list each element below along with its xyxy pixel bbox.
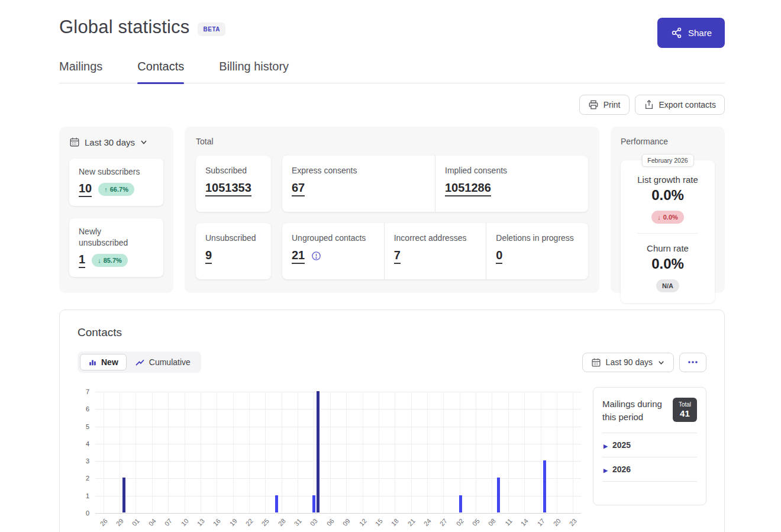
x-axis-label: 18 bbox=[390, 517, 400, 527]
gridline bbox=[135, 392, 136, 513]
date-range-select[interactable]: Last 30 days bbox=[69, 137, 163, 147]
list-growth-rate-metric: List growth rate 0.0% ↓ 0.0% bbox=[627, 175, 709, 224]
share-button-label: Share bbox=[688, 28, 712, 38]
calendar-icon bbox=[69, 137, 80, 147]
churn-rate-metric: Churn rate 0.0% N/A bbox=[627, 243, 709, 292]
toggle-cumulative[interactable]: Cumulative bbox=[127, 354, 199, 370]
period-tooltip: February 2026 bbox=[641, 154, 693, 167]
gridline bbox=[524, 392, 525, 513]
y-axis-label: 7 bbox=[78, 388, 89, 395]
tab-mailings[interactable]: Mailings bbox=[59, 60, 102, 83]
x-axis-label: 09 bbox=[341, 517, 351, 527]
x-axis-label: 17 bbox=[535, 517, 546, 527]
export-contacts-button[interactable]: Export contacts bbox=[635, 95, 725, 115]
gridline bbox=[298, 392, 298, 513]
triangle-right-icon bbox=[604, 440, 608, 450]
line-chart-icon bbox=[135, 358, 145, 367]
x-axis-label: 20 bbox=[552, 517, 562, 527]
mailings-total-badge: Total 41 bbox=[673, 398, 697, 422]
chart-bar[interactable] bbox=[497, 478, 500, 512]
bar-chart-icon bbox=[88, 358, 97, 366]
x-axis-label: 04 bbox=[147, 517, 157, 527]
gridline bbox=[427, 392, 428, 513]
mailings-year-2026[interactable]: 2026 bbox=[602, 457, 697, 482]
stat-label: New subscribers bbox=[79, 166, 154, 178]
chart-mode-toggle: New Cumulative bbox=[78, 352, 201, 373]
share-button[interactable]: Share bbox=[657, 18, 725, 48]
calendar-icon bbox=[591, 357, 601, 367]
x-axis-label: 31 bbox=[293, 517, 303, 527]
mailings-total-value: 41 bbox=[679, 408, 691, 418]
tab-bar: Mailings Contacts Billing history bbox=[59, 60, 725, 83]
gridline bbox=[557, 392, 557, 513]
gridline bbox=[249, 392, 250, 513]
contacts-chart-card: Contacts New bbox=[59, 309, 725, 532]
chart-bar[interactable] bbox=[543, 460, 546, 512]
gridline bbox=[476, 392, 476, 513]
subscribed-value[interactable]: 1051353 bbox=[205, 181, 251, 196]
implied-consents-value[interactable]: 1051286 bbox=[445, 181, 491, 196]
y-axis-label: 3 bbox=[78, 457, 89, 465]
new-subscribers-value[interactable]: 10 bbox=[79, 182, 92, 197]
toolbar: Print Export contacts bbox=[59, 95, 725, 115]
x-axis-label: 19 bbox=[228, 517, 238, 527]
chart-more-button[interactable] bbox=[679, 353, 706, 372]
chart-plot-area: 01234567 bbox=[95, 392, 581, 513]
print-button[interactable]: Print bbox=[579, 95, 630, 115]
tab-contacts[interactable]: Contacts bbox=[137, 60, 184, 83]
x-axis-label: 06 bbox=[325, 517, 335, 527]
gridline bbox=[346, 392, 347, 513]
global-statistics-page: Global statistics BETA Share Mailings Co… bbox=[0, 0, 781, 532]
mailings-year-2025[interactable]: 2025 bbox=[602, 433, 697, 457]
x-axis-label: 13 bbox=[196, 517, 206, 527]
unsubscribed-value[interactable]: 9 bbox=[205, 249, 212, 264]
gridline bbox=[201, 392, 201, 513]
incorrect-addresses-value[interactable]: 7 bbox=[394, 249, 401, 264]
gridline bbox=[104, 392, 104, 513]
gridline bbox=[185, 392, 185, 513]
ungrouped-contacts-value[interactable]: 21 bbox=[292, 249, 305, 264]
chart-bar[interactable] bbox=[317, 391, 320, 512]
mailings-period-card: Mailings during this period Total 41 202… bbox=[593, 387, 706, 505]
churn-rate-value: 0.0% bbox=[627, 256, 709, 272]
page-header: Global statistics BETA Share bbox=[59, 0, 725, 38]
subscribed-card: Subscribed 1051353 bbox=[196, 156, 271, 212]
x-axis-label: 25 bbox=[260, 517, 270, 527]
express-consents-value[interactable]: 67 bbox=[292, 181, 305, 196]
gridline bbox=[379, 392, 379, 513]
new-subscribers-card: New subscribers 10 ↑ 66.7% bbox=[69, 159, 163, 206]
x-axis-label: 01 bbox=[131, 517, 141, 527]
list-growth-rate-value: 0.0% bbox=[627, 187, 709, 204]
alert-info-icon[interactable] bbox=[311, 251, 321, 261]
toggle-new[interactable]: New bbox=[80, 354, 127, 370]
share-icon bbox=[670, 27, 683, 39]
newly-unsubscribed-card: Newly unsubscribed 1 ↓ 85.7% bbox=[69, 218, 163, 277]
chart-bar[interactable] bbox=[312, 495, 315, 512]
chart-date-range-select[interactable]: Last 90 days bbox=[582, 353, 674, 372]
deletions-in-progress-value[interactable]: 0 bbox=[496, 249, 502, 264]
chart-date-range-label: Last 90 days bbox=[606, 357, 653, 367]
contacts-section-title: Contacts bbox=[78, 326, 706, 339]
performance-card: February 2026 List growth rate 0.0% ↓ 0.… bbox=[621, 160, 715, 303]
x-axis-label: 02 bbox=[454, 517, 464, 527]
tab-billing-history[interactable]: Billing history bbox=[219, 60, 289, 83]
chart-right-controls: Last 90 days bbox=[582, 353, 706, 372]
y-axis-label: 6 bbox=[78, 405, 89, 412]
chart-bar[interactable] bbox=[459, 495, 462, 512]
summary-panel: Last 30 days New subscribers 10 ↑ 66.7% bbox=[59, 127, 173, 293]
x-axis-label: 26 bbox=[98, 517, 108, 527]
gridline bbox=[233, 392, 234, 513]
export-contacts-label: Export contacts bbox=[659, 100, 717, 109]
contacts-bar-chart: 01234567 2629010407101316192225283103060… bbox=[78, 387, 581, 532]
x-axis-label: 21 bbox=[406, 517, 416, 527]
arrow-down-icon: ↓ bbox=[657, 214, 661, 221]
chart-bar[interactable] bbox=[275, 495, 278, 512]
chart-bar[interactable] bbox=[122, 478, 125, 512]
other-contacts-card: Ungrouped contacts 21 bbox=[282, 223, 588, 279]
newly-unsubscribed-value[interactable]: 1 bbox=[79, 253, 85, 268]
na-badge: N/A bbox=[656, 279, 679, 292]
y-axis-label: 4 bbox=[78, 440, 89, 447]
gridline bbox=[395, 392, 395, 513]
gridline bbox=[330, 392, 331, 513]
chart-controls: New Cumulative bbox=[78, 352, 706, 373]
